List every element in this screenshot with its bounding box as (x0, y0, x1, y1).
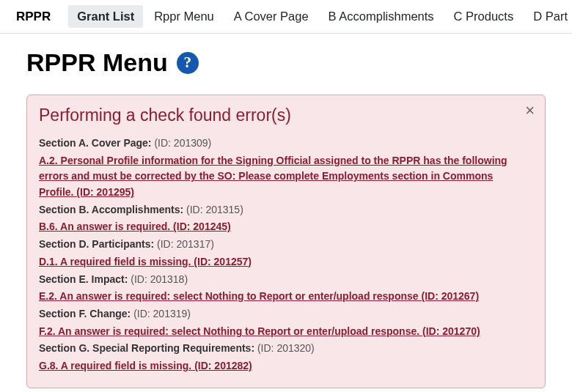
top-nav: RPPR Grant ListRppr MenuA Cover PageB Ac… (0, 0, 572, 34)
close-icon[interactable]: × (525, 103, 535, 119)
error-alert: × Performing a check found error(s) Sect… (26, 95, 546, 388)
error-link[interactable]: D.1. A required field is missing. (ID: 2… (39, 256, 252, 267)
error-link[interactable]: A.2. Personal Profile information for th… (39, 155, 507, 198)
nav-item-rppr-menu[interactable]: Rppr Menu (145, 5, 223, 28)
error-section-header: Section A. Cover Page: (ID: 201309) (39, 136, 516, 152)
error-link-row: G.8. A required field is missing. (ID: 2… (39, 358, 516, 374)
nav-item-c-products[interactable]: C Products (445, 5, 523, 28)
alert-title: Performing a check found error(s) (39, 106, 516, 125)
error-link-row: F.2. An answer is required: select Nothi… (39, 324, 516, 340)
error-section-id: (ID: 201309) (154, 137, 211, 149)
error-section-label: Section F. Change: (39, 308, 131, 319)
page-title-text: RPPR Menu (26, 48, 168, 77)
nav-item-b-accomplishments[interactable]: B Accomplishments (320, 5, 443, 28)
error-section-id: (ID: 201318) (131, 273, 188, 285)
error-section-label: Section E. Impact: (39, 273, 128, 285)
error-link[interactable]: E.2. An answer is required: select Nothi… (39, 290, 479, 302)
error-link[interactable]: G.8. A required field is missing. (ID: 2… (39, 360, 252, 371)
nav-item-d-part[interactable]: D Part (524, 5, 572, 28)
error-section-id: (ID: 201320) (257, 342, 315, 354)
error-section-id: (ID: 201319) (133, 308, 191, 319)
error-section-header: Section B. Accomplishments: (ID: 201315) (39, 202, 516, 218)
error-link[interactable]: B.6. An answer is required. (ID: 201245) (39, 221, 231, 232)
error-section-label: Section B. Accomplishments: (39, 204, 183, 215)
brand-label: RPPR (15, 7, 56, 27)
error-section-id: (ID: 201317) (157, 238, 214, 250)
error-section-header: Section F. Change: (ID: 201319) (39, 306, 516, 322)
error-link-row: A.2. Personal Profile information for th… (39, 153, 516, 201)
error-link[interactable]: F.2. An answer is required: select Nothi… (39, 325, 480, 337)
content-area: RPPR Menu ? × Performing a check found e… (0, 34, 572, 392)
error-section-label: Section D. Participants: (39, 238, 154, 250)
nav-item-a-cover-page[interactable]: A Cover Page (225, 5, 318, 28)
error-section-label: Section G. Special Reporting Requirement… (39, 342, 254, 354)
error-section-header: Section E. Impact: (ID: 201318) (39, 272, 516, 288)
nav-item-grant-list[interactable]: Grant List (68, 5, 143, 28)
error-section-header: Section G. Special Reporting Requirement… (39, 341, 516, 357)
error-link-row: E.2. An answer is required: select Nothi… (39, 289, 516, 305)
error-section-label: Section A. Cover Page: (39, 137, 152, 149)
error-section-id: (ID: 201315) (186, 204, 243, 215)
help-icon[interactable]: ? (177, 52, 199, 74)
error-link-row: D.1. A required field is missing. (ID: 2… (39, 254, 516, 270)
error-link-row: B.6. An answer is required. (ID: 201245) (39, 219, 516, 235)
page-title: RPPR Menu ? (26, 48, 546, 77)
error-section-header: Section D. Participants: (ID: 201317) (39, 237, 516, 253)
